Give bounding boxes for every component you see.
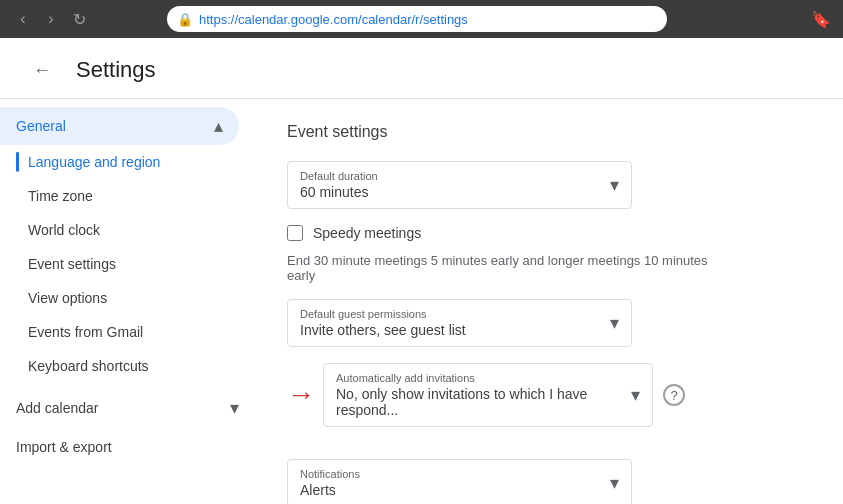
sidebar-item-world-clock[interactable]: World clock <box>0 213 255 247</box>
notifications-dropdown[interactable]: Notifications Alerts ▾ <box>287 459 632 504</box>
guest-permissions-chevron-icon: ▾ <box>610 312 619 334</box>
address-bar[interactable]: 🔒 https://calendar.google.com/calendar/r… <box>167 6 667 32</box>
default-duration-label: Default duration <box>300 170 378 182</box>
sidebar-general-label: General <box>16 118 66 134</box>
settings-back-button[interactable]: ← <box>24 52 60 88</box>
sidebar: General ▴ Language and region Time zone … <box>0 99 255 504</box>
browser-chrome: ‹ › ↻ 🔒 https://calendar.google.com/cale… <box>0 0 843 38</box>
notifications-value: Alerts <box>300 482 360 498</box>
page-header: ← Settings <box>0 38 843 99</box>
main-content: Event settings Default duration 60 minut… <box>255 99 843 504</box>
forward-nav-button[interactable]: › <box>40 8 62 30</box>
guest-permissions-value: Invite others, see guest list <box>300 322 466 338</box>
default-duration-chevron-icon: ▾ <box>610 174 619 196</box>
sidebar-import-export[interactable]: Import & export <box>0 429 255 465</box>
bookmark-button[interactable]: 🔖 <box>811 10 831 29</box>
add-calendar-chevron-icon: ▾ <box>230 397 239 419</box>
auto-add-invitations-dropdown[interactable]: Automatically add invitations No, only s… <box>323 363 653 427</box>
auto-add-invitations-chevron-icon: ▾ <box>631 384 640 406</box>
sidebar-item-keyboard-shortcuts[interactable]: Keyboard shortcuts <box>0 349 255 383</box>
auto-add-invitations-label: Automatically add invitations <box>336 372 631 384</box>
red-arrow-icon: → <box>287 379 315 411</box>
sidebar-item-time-zone[interactable]: Time zone <box>0 179 255 213</box>
auto-add-invitations-value: No, only show invitations to which I hav… <box>336 386 631 418</box>
default-duration-value: 60 minutes <box>300 184 378 200</box>
reload-button[interactable]: ↻ <box>68 8 90 30</box>
back-nav-button[interactable]: ‹ <box>12 8 34 30</box>
notifications-chevron-icon: ▾ <box>610 472 619 494</box>
nav-buttons: ‹ › ↻ <box>12 8 90 30</box>
sidebar-item-view-options[interactable]: View options <box>0 281 255 315</box>
sidebar-general-section: General ▴ Language and region Time zone … <box>0 107 255 383</box>
guest-permissions-label: Default guest permissions <box>300 308 466 320</box>
speedy-meetings-hint: End 30 minute meetings 5 minutes early a… <box>287 253 717 283</box>
default-duration-dropdown[interactable]: Default duration 60 minutes ▾ <box>287 161 632 209</box>
speedy-meetings-checkbox[interactable] <box>287 225 303 241</box>
notifications-label: Notifications <box>300 468 360 480</box>
sidebar-item-language-and-region[interactable]: Language and region <box>0 145 255 179</box>
page-title: Settings <box>76 57 156 83</box>
sidebar-general-header[interactable]: General ▴ <box>0 107 239 145</box>
lock-icon: 🔒 <box>177 12 193 27</box>
speedy-meetings-row: Speedy meetings <box>287 225 811 241</box>
sidebar-add-calendar[interactable]: Add calendar ▾ <box>0 387 255 429</box>
help-icon[interactable]: ? <box>663 384 685 406</box>
speedy-meetings-label: Speedy meetings <box>313 225 421 241</box>
sidebar-item-events-from-gmail[interactable]: Events from Gmail <box>0 315 255 349</box>
sidebar-item-event-settings[interactable]: Event settings <box>0 247 255 281</box>
default-guest-permissions-dropdown[interactable]: Default guest permissions Invite others,… <box>287 299 632 347</box>
auto-add-invitations-row: → Automatically add invitations No, only… <box>287 363 811 427</box>
page: ← Settings General ▴ Language and region… <box>0 38 843 504</box>
add-calendar-label: Add calendar <box>16 400 99 416</box>
event-settings-title: Event settings <box>287 123 811 141</box>
general-chevron-up-icon: ▴ <box>214 115 223 137</box>
url-text: https://calendar.google.com/calendar/r/s… <box>199 12 468 27</box>
content-area: General ▴ Language and region Time zone … <box>0 99 843 504</box>
